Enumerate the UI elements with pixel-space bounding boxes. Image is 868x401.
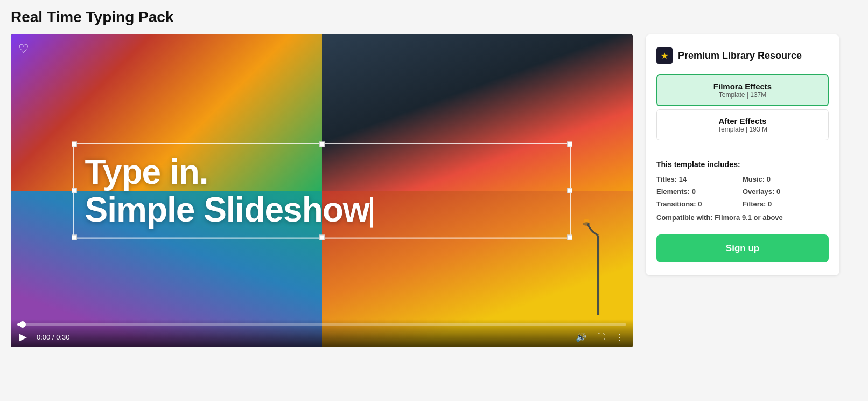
filmora-effects-button[interactable]: Filmora Effects Template | 137M [656,74,829,106]
play-icon: ▶ [19,331,27,343]
includes-grid: Titles: 14 Music: 0 Elements: 0 Overlays… [656,174,829,209]
video-wrapper[interactable]: ♡ Type in. [11,34,633,347]
transitions-item: Transitions: 0 [656,199,743,209]
handle-tr [567,142,572,147]
ae-btn-title: After Effects [666,116,820,126]
titles-value: 14 [679,175,687,183]
handle-br [567,234,572,240]
text-cursor [370,197,373,228]
handle-tm [319,142,325,147]
fullscreen-button[interactable]: ⛶ [595,331,607,342]
filmora-btn-sub: Template | 137M [666,91,819,99]
overlays-value: 0 [776,188,780,196]
video-text-line2: Simple Slideshow [85,191,559,229]
sidebar: ★ Premium Library Resource Filmora Effec… [646,34,839,275]
music-label: Music: [743,175,765,183]
street-lamp-icon [579,218,617,315]
after-effects-button[interactable]: After Effects Template | 193 M [656,109,829,140]
compatible-row: Compatible with: Filmora 9.1 or above [656,213,829,222]
time-display: 0:00 / 0:30 [37,333,69,341]
handle-bm [319,234,325,240]
video-controls: ▶ 0:00 / 0:30 🔊 ⛶ ⋮ [11,319,633,347]
compatible-label: Compatible with: [656,213,713,222]
page-container: Real Time Typing Pack [0,0,868,401]
transitions-label: Transitions: [656,200,696,208]
selection-box: Type in. Simple Slideshow [73,143,571,239]
includes-title: This template includes: [656,160,829,169]
elements-value: 0 [692,188,696,196]
elements-item: Elements: 0 [656,186,743,197]
transitions-value: 0 [698,200,702,208]
heart-button[interactable]: ♡ [18,42,29,56]
handle-tl [72,142,77,147]
video-text-overlay: Type in. Simple Slideshow [73,143,571,239]
overlays-item: Overlays: 0 [743,186,829,197]
video-text-line1: Type in. [85,153,559,191]
compatible-value: Filmora 9.1 or above [715,213,782,222]
premium-label: Premium Library Resource [678,50,802,61]
volume-icon: 🔊 [576,332,586,342]
video-section: ♡ Type in. [11,34,633,347]
progress-fill [17,323,23,326]
filmora-btn-title: Filmora Effects [666,82,819,91]
elements-label: Elements: [656,188,690,196]
music-item: Music: 0 [743,174,829,184]
premium-shield-icon: ★ [656,47,673,64]
controls-row: ▶ 0:00 / 0:30 🔊 ⛶ ⋮ [17,330,626,344]
download-options: Filmora Effects Template | 137M After Ef… [656,74,829,140]
titles-label: Titles: [656,175,677,183]
svg-point-2 [583,222,590,226]
fullscreen-icon: ⛶ [597,333,605,341]
overlays-label: Overlays: [743,188,774,196]
premium-badge: ★ Premium Library Resource [656,47,829,64]
page-title: Real Time Typing Pack [11,9,857,26]
progress-bar[interactable] [17,323,626,326]
filters-value: 0 [768,200,772,208]
more-icon: ⋮ [615,332,624,342]
video-main-text: Type in. Simple Slideshow [85,153,559,229]
content-row: ♡ Type in. [11,34,857,347]
ae-btn-sub: Template | 193 M [666,126,820,133]
music-value: 0 [767,175,771,183]
progress-dot [19,321,26,328]
more-button[interactable]: ⋮ [613,331,626,343]
filters-item: Filters: 0 [743,199,829,209]
volume-button[interactable]: 🔊 [573,331,589,343]
play-button[interactable]: ▶ [17,330,29,344]
controls-right: 🔊 ⛶ ⋮ [573,331,626,343]
handle-ml [72,188,77,193]
signup-button[interactable]: Sign up [656,234,829,262]
handle-mr [567,188,572,193]
template-includes: This template includes: Titles: 14 Music… [656,151,829,222]
filters-label: Filters: [743,200,766,208]
titles-item: Titles: 14 [656,174,743,184]
handle-bl [72,234,77,240]
